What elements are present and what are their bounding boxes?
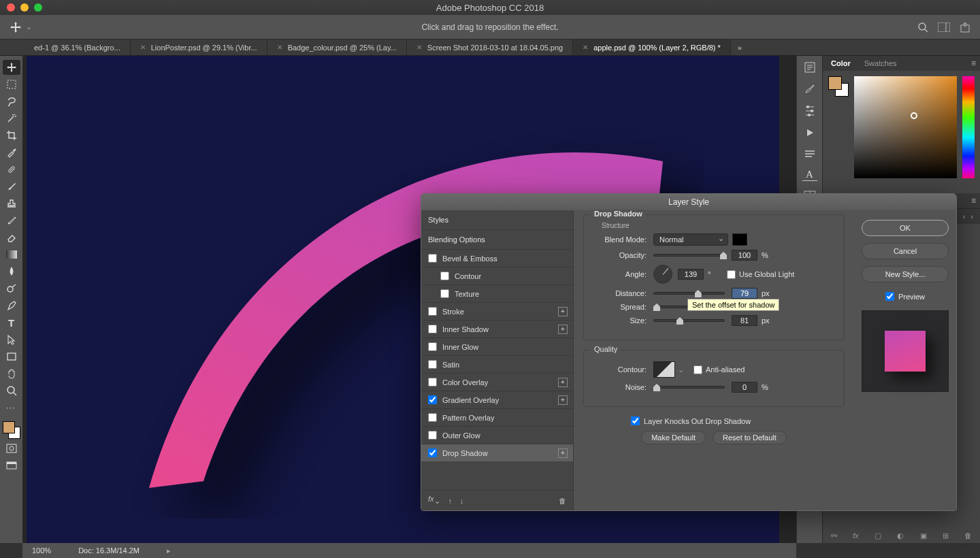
brush-settings-icon[interactable] — [802, 103, 817, 118]
workspace-icon[interactable] — [938, 22, 950, 32]
layer-mask-icon[interactable]: ▢ — [875, 531, 881, 540]
reset-default-button[interactable]: Reset to Default — [713, 431, 787, 444]
eyedropper-tool[interactable] — [3, 145, 20, 160]
styles-header[interactable]: Styles — [421, 210, 573, 229]
size-input[interactable] — [732, 315, 757, 326]
dodge-tool[interactable] — [3, 281, 20, 296]
chevron-down-icon[interactable]: ⌄ — [678, 365, 684, 374]
document-tab-active[interactable]: ✕apple.psd @ 100% (Layer 2, RGB/8) * — [573, 39, 731, 55]
move-up-icon[interactable]: ↑ — [448, 497, 453, 505]
chevron-left-icon[interactable]: ‹ — [963, 212, 966, 220]
new-style-button[interactable]: New Style... — [862, 266, 949, 282]
make-default-button[interactable]: Make Default — [641, 431, 706, 444]
add-icon[interactable]: + — [558, 307, 568, 316]
blend-mode-select[interactable]: Normal — [653, 233, 728, 246]
add-icon[interactable]: + — [558, 378, 568, 387]
hand-tool[interactable] — [3, 366, 20, 381]
use-global-light-checkbox[interactable]: Use Global Light — [727, 270, 794, 279]
angle-dial[interactable] — [653, 265, 672, 284]
style-texture[interactable]: Texture — [421, 284, 573, 302]
fx-icon[interactable]: fx⌄ — [428, 495, 440, 506]
dialog-title[interactable]: Layer Style — [421, 194, 956, 210]
document-tab[interactable]: ed-1 @ 36.1% (Backgro... — [24, 39, 131, 55]
brush-panel-icon[interactable] — [802, 82, 817, 97]
style-contour[interactable]: Contour — [421, 267, 573, 284]
search-icon[interactable] — [917, 22, 928, 33]
edit-toolbar[interactable]: ··· — [3, 400, 20, 415]
noise-input[interactable] — [732, 382, 757, 393]
close-icon[interactable]: ✕ — [277, 44, 282, 51]
gradient-tool[interactable] — [3, 247, 20, 262]
contour-picker[interactable] — [653, 361, 675, 378]
opacity-slider[interactable] — [653, 254, 725, 257]
opacity-input[interactable] — [732, 250, 757, 261]
close-icon[interactable]: ✕ — [416, 44, 422, 51]
zoom-level[interactable]: 100% — [32, 546, 51, 555]
marquee-tool[interactable] — [3, 77, 20, 92]
move-down-icon[interactable]: ↓ — [460, 497, 464, 505]
type-tool[interactable]: T — [3, 315, 20, 330]
adjustment-layer-icon[interactable]: ◐ — [897, 531, 904, 540]
color-picker[interactable] — [854, 76, 957, 178]
move-tool[interactable] — [3, 60, 20, 75]
chevron-right-icon[interactable]: › — [970, 212, 973, 220]
tool-dropdown-icon[interactable]: ⌄ — [26, 22, 32, 31]
style-pattern-overlay[interactable]: Pattern Overlay — [421, 408, 573, 426]
style-color-overlay[interactable]: Color Overlay+ — [421, 373, 573, 391]
noise-slider[interactable] — [653, 386, 725, 389]
shape-tool[interactable] — [3, 349, 20, 364]
wand-tool[interactable] — [3, 111, 20, 126]
blending-options[interactable]: Blending Options — [421, 229, 573, 249]
document-tab[interactable]: ✕Screen Shot 2018-03-10 at 18.04.05.png — [407, 39, 573, 55]
healing-tool[interactable] — [3, 162, 20, 177]
document-tab[interactable]: ✕LionPoster.psd @ 29.1% (Vibr... — [131, 39, 267, 55]
character-panel-icon[interactable]: A — [802, 169, 817, 181]
style-gradient-overlay[interactable]: Gradient Overlay+ — [421, 391, 573, 408]
chevron-right-icon[interactable]: ▸ — [167, 546, 171, 555]
blur-tool[interactable] — [3, 264, 20, 279]
hue-slider[interactable] — [962, 76, 975, 178]
quickmask-tool[interactable] — [3, 441, 20, 456]
actions-panel-icon[interactable] — [802, 125, 817, 140]
pen-tool[interactable] — [3, 298, 20, 313]
distance-input[interactable] — [732, 288, 757, 299]
color-swatch-mini[interactable] — [828, 76, 849, 97]
anti-aliased-checkbox[interactable]: Anti-aliased — [693, 365, 745, 374]
lasso-tool[interactable] — [3, 94, 20, 109]
distance-slider[interactable] — [653, 292, 725, 295]
shadow-color-chip[interactable] — [732, 233, 747, 246]
eraser-tool[interactable] — [3, 230, 20, 245]
color-swatches[interactable] — [3, 421, 20, 439]
new-layer-icon[interactable]: ⊞ — [943, 531, 949, 540]
angle-input[interactable] — [678, 269, 704, 280]
share-icon[interactable] — [960, 22, 970, 33]
ok-button[interactable]: OK — [862, 220, 949, 236]
delete-layer-icon[interactable]: 🗑 — [964, 531, 972, 540]
panel-menu-icon[interactable]: ≡ — [971, 196, 976, 206]
layer-fx-icon[interactable]: fx — [853, 531, 859, 540]
zoom-tool[interactable] — [3, 383, 20, 398]
paragraph-panel-icon[interactable] — [802, 147, 817, 162]
link-layers-icon[interactable]: ⚯ — [831, 531, 837, 540]
swatches-tab[interactable]: Swatches — [864, 59, 897, 67]
history-brush-tool[interactable] — [3, 213, 20, 228]
style-stroke[interactable]: Stroke+ — [421, 302, 573, 320]
document-tab[interactable]: ✕Badge_colour.psd @ 25% (Lay... — [267, 39, 407, 55]
style-inner-glow[interactable]: Inner Glow — [421, 338, 573, 355]
brush-tool[interactable] — [3, 179, 20, 194]
delete-icon[interactable]: 🗑 — [559, 497, 566, 505]
doc-info[interactable]: Doc: 16.3M/14.2M — [78, 546, 140, 555]
cancel-button[interactable]: Cancel — [862, 243, 949, 259]
history-panel-icon[interactable] — [802, 60, 817, 75]
add-icon[interactable]: + — [558, 448, 568, 458]
stamp-tool[interactable] — [3, 196, 20, 211]
style-bevel-emboss[interactable]: Bevel & Emboss — [421, 249, 573, 267]
tab-overflow-icon[interactable]: » — [731, 39, 749, 55]
style-inner-shadow[interactable]: Inner Shadow+ — [421, 320, 573, 338]
screenmode-tool[interactable] — [3, 458, 20, 473]
style-satin[interactable]: Satin — [421, 355, 573, 373]
color-tab[interactable]: Color — [831, 59, 851, 67]
style-outer-glow[interactable]: Outer Glow — [421, 426, 573, 444]
style-drop-shadow[interactable]: Drop Shadow+ — [421, 444, 573, 461]
preview-checkbox[interactable]: Preview — [885, 292, 925, 301]
